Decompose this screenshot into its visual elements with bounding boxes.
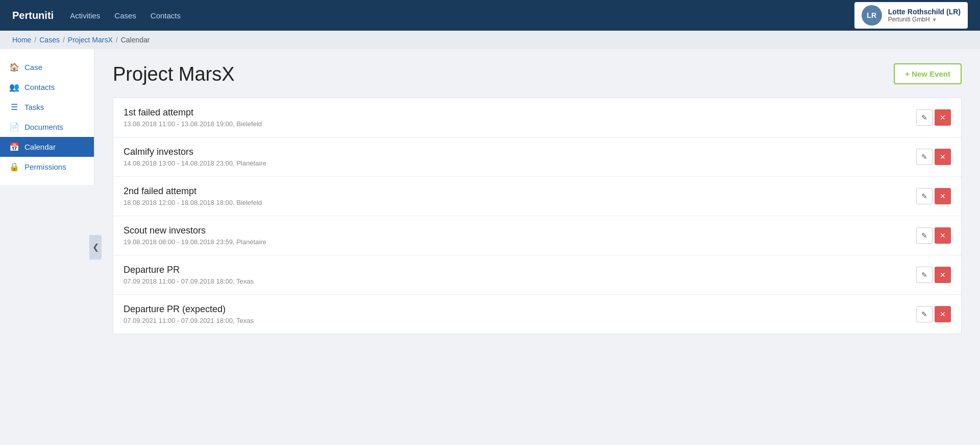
event-title: Departure PR [124,265,916,275]
event-list: 1st failed attempt13.08.2018 11:00 - 13.… [113,98,962,334]
edit-event-button[interactable]: ✎ [916,227,933,244]
calendar-icon: 📅 [9,142,19,152]
event-meta: 13.08.2018 11:00 - 13.08.2018 19:00, Bie… [124,120,916,128]
main-layout: 🏠Case👥Contacts☰Tasks📄Documents📅Calendar🔒… [0,49,980,445]
avatar: LR [862,5,882,26]
breadcrumb-item-calendar: Calendar [121,36,150,44]
event-meta: 18.08.2018 12:00 - 18.08.2018 18:00, Bie… [124,199,916,206]
edit-event-button[interactable]: ✎ [916,109,933,126]
pencil-icon: ✎ [921,310,927,318]
sidebar-item-label: Calendar [24,143,56,151]
pencil-icon: ✎ [921,271,927,279]
event-item: Calmify investors14.08.2018 13:00 - 14.0… [113,137,961,177]
edit-event-button[interactable]: ✎ [916,306,933,322]
event-title: Scout new investors [124,225,916,236]
user-badge[interactable]: LR Lotte Rothschild (LR) Pertuniti GmbH … [854,2,968,29]
documents-icon: 📄 [9,122,19,132]
sidebar-item-documents[interactable]: 📄Documents [0,117,94,137]
event-title: 2nd failed attempt [124,186,916,197]
nav-links: ActivitiesCasesContacts [70,11,181,20]
event-meta: 19.08.2018 08:00 - 19.08.2018 23:59, Pla… [124,238,916,246]
delete-event-button[interactable]: ✕ [935,306,951,322]
event-actions: ✎✕ [916,227,951,244]
event-info: Scout new investors19.08.2018 08:00 - 19… [124,225,916,246]
nav-link-activities[interactable]: Activities [70,11,100,20]
sidebar-item-calendar[interactable]: 📅Calendar [0,137,94,157]
pencil-icon: ✎ [921,153,927,161]
edit-event-button[interactable]: ✎ [916,149,933,165]
event-item: Departure PR (expected)07.09.2021 11:00 … [113,295,961,334]
event-info: 1st failed attempt13.08.2018 11:00 - 13.… [124,107,916,128]
event-actions: ✎✕ [916,306,951,322]
edit-event-button[interactable]: ✎ [916,267,933,283]
sidebar-wrapper: 🏠Case👥Contacts☰Tasks📄Documents📅Calendar🔒… [0,49,94,445]
delete-event-button[interactable]: ✕ [935,188,951,204]
breadcrumb-separator: / [63,36,65,44]
contacts-icon: 👥 [9,82,19,92]
tasks-icon: ☰ [9,102,19,112]
event-item: Scout new investors19.08.2018 08:00 - 19… [113,216,961,255]
permissions-icon: 🔒 [9,162,19,172]
user-name: Lotte Rothschild (LR) [888,8,961,16]
event-title: Departure PR (expected) [124,304,916,315]
pencil-icon: ✎ [921,113,927,122]
content-header: Project MarsX + New Event [113,63,962,85]
sidebar-collapse-button[interactable]: ❮ [89,235,102,260]
delete-event-button[interactable]: ✕ [935,109,951,126]
times-icon: ✕ [940,310,946,318]
event-title: 1st failed attempt [124,107,916,118]
nav-link-contacts[interactable]: Contacts [151,11,181,20]
sidebar-item-contacts[interactable]: 👥Contacts [0,77,94,97]
event-title: Calmify investors [124,147,916,157]
event-actions: ✎✕ [916,149,951,165]
breadcrumb: Home/Cases/Project MarsX/Calendar [0,31,980,49]
case-icon: 🏠 [9,62,19,72]
sidebar-item-tasks[interactable]: ☰Tasks [0,97,94,117]
times-icon: ✕ [940,271,946,279]
event-info: Departure PR07.09.2018 11:00 - 07.09.201… [124,265,916,285]
nav-link-cases[interactable]: Cases [114,11,136,20]
sidebar-item-label: Tasks [24,103,44,111]
pencil-icon: ✎ [921,231,927,240]
sidebar-item-case[interactable]: 🏠Case [0,57,94,77]
event-actions: ✎✕ [916,188,951,204]
user-info: Lotte Rothschild (LR) Pertuniti GmbH ▼ [888,8,961,23]
sidebar-item-label: Permissions [24,162,66,171]
event-meta: 07.09.2018 11:00 - 07.09.2018 18:00, Tex… [124,277,916,285]
event-item: 2nd failed attempt18.08.2018 12:00 - 18.… [113,177,961,216]
breadcrumb-item-home[interactable]: Home [12,36,31,44]
top-nav: Pertuniti ActivitiesCasesContacts LR Lot… [0,0,980,31]
breadcrumb-item-project-marsx[interactable]: Project MarsX [68,36,113,44]
pencil-icon: ✎ [921,192,927,200]
delete-event-button[interactable]: ✕ [935,149,951,165]
page-title: Project MarsX [113,63,235,85]
breadcrumb-separator: / [34,36,36,44]
event-actions: ✎✕ [916,109,951,126]
event-meta: 07.09.2021 11:00 - 07.09.2021 18:00, Tex… [124,317,916,324]
user-org: Pertuniti GmbH ▼ [888,16,961,23]
breadcrumb-item-cases[interactable]: Cases [39,36,60,44]
sidebar-item-label: Documents [24,123,63,131]
event-item: 1st failed attempt13.08.2018 11:00 - 13.… [113,98,961,137]
times-icon: ✕ [940,113,946,122]
sidebar: 🏠Case👥Contacts☰Tasks📄Documents📅Calendar🔒… [0,49,94,185]
sidebar-item-permissions[interactable]: 🔒Permissions [0,157,94,177]
event-info: Calmify investors14.08.2018 13:00 - 14.0… [124,147,916,167]
times-icon: ✕ [940,153,946,161]
times-icon: ✕ [940,192,946,200]
delete-event-button[interactable]: ✕ [935,267,951,283]
edit-event-button[interactable]: ✎ [916,188,933,204]
event-info: Departure PR (expected)07.09.2021 11:00 … [124,304,916,324]
times-icon: ✕ [940,231,946,240]
brand-logo: Pertuniti [12,10,54,21]
event-info: 2nd failed attempt18.08.2018 12:00 - 18.… [124,186,916,206]
sidebar-item-label: Contacts [24,83,55,91]
new-event-button[interactable]: + New Event [894,63,962,84]
breadcrumb-separator: / [116,36,118,44]
event-actions: ✎✕ [916,267,951,283]
delete-event-button[interactable]: ✕ [935,227,951,244]
sidebar-item-label: Case [24,63,42,72]
main-content: Project MarsX + New Event 1st failed att… [94,49,980,445]
event-item: Departure PR07.09.2018 11:00 - 07.09.201… [113,255,961,295]
event-meta: 14.08.2018 13:00 - 14.08.2018 23:00, Pla… [124,159,916,167]
